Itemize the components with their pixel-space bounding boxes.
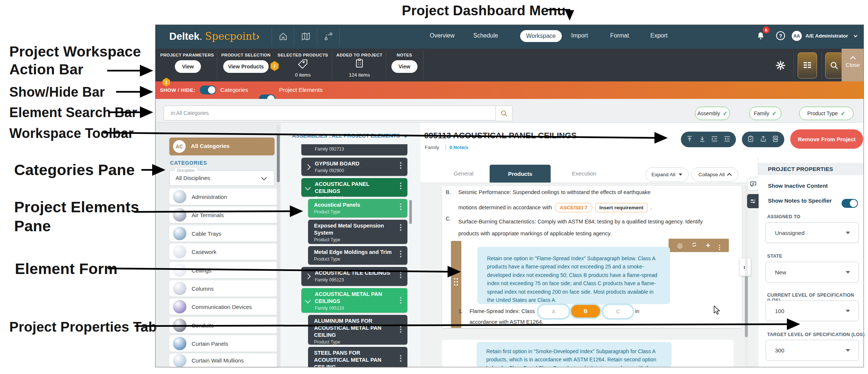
category-item[interactable]: Casework [169,244,278,260]
discipline-select[interactable]: Discipline All Disciplines [169,170,275,186]
all-categories-header[interactable]: AC All Categories [169,138,275,155]
filter-assembly[interactable]: Assembly ✓ [695,107,730,120]
collapse-chevron-icon[interactable] [305,298,311,304]
state-select[interactable]: New [766,262,859,283]
kebab-menu-icon[interactable] [400,203,401,205]
visibility-icon[interactable]: ◎ [677,242,683,249]
category-item[interactable]: Ceilings [169,262,278,278]
tree-item-selected[interactable]: Acoustical Panels Product Type [308,199,407,217]
route-icon[interactable] [324,32,333,43]
tree-item[interactable]: Family 092713 [301,144,407,155]
category-item[interactable]: Administration [169,188,278,205]
tree-item[interactable]: ACOUSTICAL PANEL CEILINGS Family 095113 [301,178,407,197]
nav-workspace[interactable]: Workspace [520,30,562,42]
reference-tag[interactable]: ASCE/SEI 7 [555,203,592,212]
home-icon[interactable] [278,32,288,43]
category-image [173,337,186,350]
notes-view-button[interactable]: View [391,60,417,73]
scrollbar-thumb[interactable] [277,134,280,182]
properties-side-tab-active[interactable] [747,194,759,208]
kebab-menu-icon[interactable] [719,245,720,246]
export-icon[interactable] [760,135,767,144]
tree-item[interactable]: GYPSUM BOARD Family 092900 [301,158,407,176]
tree-item[interactable]: Metal Edge Moldings and Trim Product Typ… [308,246,407,265]
tree-item[interactable]: STEEL PANS FOR ACOUSTICAL METAL PAN CEIL… [308,347,407,367]
user-name[interactable]: A/E Administrator [805,33,848,39]
tree-item-subtitle: Family 092900 [315,168,396,173]
scroll-to-top-icon[interactable] [686,135,693,144]
indent-icon[interactable] [711,135,718,144]
element-search-input[interactable] [164,106,496,120]
category-item[interactable]: Communication Devices [169,299,278,315]
expand-chevron-icon[interactable] [305,274,311,280]
brand-specpoint: Specpoint [205,30,256,42]
show-inactive-content-toggle[interactable] [842,199,858,208]
collapse-all-button[interactable]: Collapse All [691,167,738,182]
avatar[interactable]: AA [792,31,802,41]
sync-icon[interactable] [691,242,697,249]
view-products-button[interactable]: View Products [223,60,269,73]
kebab-menu-icon[interactable] [400,271,401,273]
list-view-button[interactable] [798,52,817,78]
kebab-menu-icon[interactable] [400,326,401,328]
category-item[interactable]: Cable Trays [169,225,278,242]
search-submit-button[interactable] [496,106,513,121]
tree-item[interactable]: Exposed Metal Suspension System Product … [308,220,407,244]
category-item[interactable]: Curtain Panels [169,335,278,352]
option-chip-b-selected[interactable]: B [571,305,600,317]
add-icon[interactable]: + [706,241,710,250]
kebab-menu-icon[interactable] [400,162,401,164]
settings-gear-icon[interactable] [775,60,786,72]
assemblies-dropdown-icon[interactable] [403,135,409,138]
kebab-menu-icon[interactable] [400,251,401,252]
target-los-select[interactable]: 300 [766,340,859,361]
scroll-to-bottom-icon[interactable] [699,135,706,144]
kebab-menu-icon[interactable] [400,297,401,299]
assigned-to-select[interactable]: Unassigned [766,222,859,243]
filter-product-type[interactable]: Product Type ✓ [799,107,853,120]
filter-family[interactable]: Family ✓ [749,107,781,120]
tab-general[interactable]: General [445,170,482,177]
scrollbar-thumb[interactable] [409,200,412,224]
option-chip-c[interactable]: C [603,305,633,318]
kebab-menu-icon[interactable] [400,224,401,226]
insert-requirement-button[interactable]: Insert requirement [595,203,648,212]
close-panel-button[interactable]: Close [842,49,864,81]
current-los-select[interactable]: 100 [766,300,859,321]
nav-format[interactable]: Format [610,32,629,39]
category-item[interactable]: Curtain Wall Mullions [169,354,278,367]
assemblies-header[interactable]: ASSEMBLIES : ALL PROJECT ELEMENTS [292,133,400,139]
tab-execution[interactable]: Execution [562,170,606,177]
expand-all-button[interactable]: Expand All [646,167,689,182]
category-item[interactable]: Columns [169,280,278,297]
option-chip-a[interactable]: A [538,305,569,318]
nav-export[interactable]: Export [650,32,667,39]
tree-item[interactable]: ACOUSTICAL TILE CEILINGS Family 095123 [301,267,407,286]
collapse-chevron-icon[interactable] [305,185,311,191]
outdent-icon[interactable] [724,135,731,144]
project-parameters-view-button[interactable]: View [175,60,201,73]
clipboard-check-icon[interactable] [747,135,754,144]
help-icon[interactable]: ? [776,31,785,40]
document-search-icon[interactable] [772,135,779,144]
search-toggle-button[interactable] [825,52,843,78]
selected-block-drag-bar[interactable] [451,241,461,328]
remove-from-project-button[interactable]: Remove From Project [790,129,863,149]
map-icon[interactable] [301,32,311,43]
categories-toggle[interactable] [200,86,216,94]
nav-schedule[interactable]: Schedule [473,32,498,39]
tree-item[interactable]: ACOUSTICAL METAL PAN CEILINGS Family 095… [301,288,407,313]
kebab-menu-icon[interactable] [400,355,401,357]
tab-products-active[interactable]: Products [490,165,551,183]
category-item[interactable]: Air Terminals [169,207,278,223]
nav-overview[interactable]: Overview [430,32,455,39]
notes-link[interactable]: 0 Note/s [449,145,468,150]
nav-import[interactable]: Import [571,32,588,39]
comments-side-tab[interactable] [747,178,759,190]
expand-chevron-icon[interactable] [305,164,311,170]
scrollbar-thumb[interactable] [745,276,748,337]
drag-handle-icon[interactable] [454,278,455,280]
category-item[interactable]: Conduits [169,317,278,333]
kebab-menu-icon[interactable] [400,183,401,184]
tree-item[interactable]: ALUMINUM PANS FOR ACOUSTICAL METAL PAN C… [308,315,407,345]
